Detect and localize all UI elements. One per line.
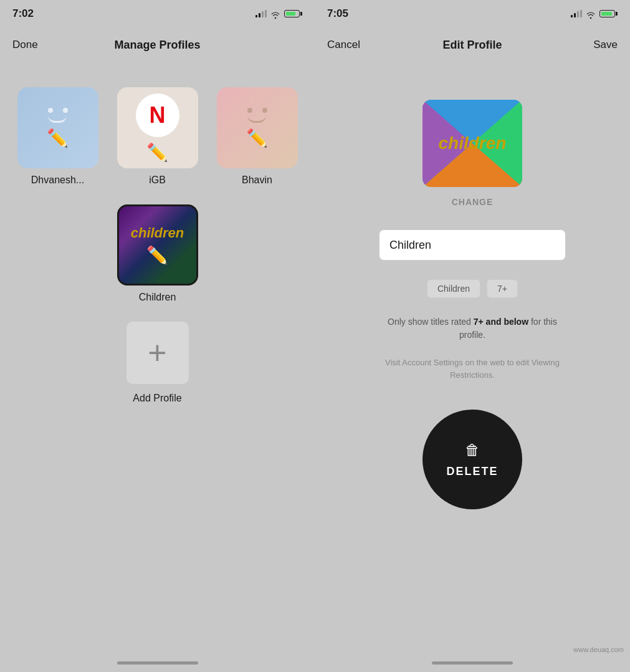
profile-item-children[interactable]: children ✏️ Children: [117, 204, 198, 303]
watermark: www.deuaq.com: [573, 646, 624, 653]
trash-icon: 🗑: [465, 441, 480, 459]
profile-avatar-bhavin: ✏️: [217, 87, 298, 168]
delete-button-container: 🗑 DELETE: [422, 410, 522, 509]
delete-label: DELETE: [446, 465, 498, 478]
add-profile-button[interactable]: + Add Profile: [126, 322, 189, 404]
edit-pencil-bhavin: ✏️: [246, 128, 268, 148]
status-icons-left: [255, 10, 302, 17]
right-panel: 7:05 Cancel Edit Profile Sav: [315, 0, 630, 672]
wifi-icon-right: [586, 10, 596, 17]
profile-avatar-children: children ✏️: [117, 204, 198, 286]
status-bar-right: 7:05: [315, 0, 630, 27]
profile-avatar-dhvanesh: ✏️: [17, 87, 98, 168]
rating-tag-7plus[interactable]: 7+: [487, 279, 518, 298]
time-right: 7:05: [327, 7, 348, 20]
profile-name-dhvanesh: Dhvanesh...: [31, 175, 84, 186]
add-profile-label: Add Profile: [133, 393, 181, 404]
signal-icon-left: [255, 10, 267, 17]
rating-description: Only show titles rated 7+ and below for …: [385, 315, 560, 342]
edit-pencil-children: ✏️: [146, 245, 168, 266]
profile-name-igb: iGB: [149, 175, 166, 186]
delete-profile-button[interactable]: 🗑 DELETE: [422, 410, 522, 509]
status-icons-right: [571, 10, 618, 17]
edit-pencil-dhvanesh: ✏️: [47, 128, 69, 148]
wifi-icon-left: [270, 10, 280, 17]
signal-icon-right: [571, 10, 582, 17]
manage-profiles-title: Manage Profiles: [114, 39, 200, 52]
profiles-grid: ✏️ Dhvanesh... N ✏️ iGB: [0, 62, 315, 315]
profile-name-input[interactable]: [379, 229, 566, 261]
left-panel: 7:02 Done Manage Profiles: [0, 0, 315, 672]
status-bar-left: 7:02: [0, 0, 315, 27]
profile-item-dhvanesh[interactable]: ✏️ Dhvanesh...: [17, 87, 98, 186]
add-profile-box: +: [126, 322, 189, 384]
profile-avatar-igb: N ✏️: [117, 87, 198, 168]
profile-item-bhavin[interactable]: ✏️ Bhavin: [217, 87, 298, 186]
profile-item-igb[interactable]: N ✏️ iGB: [117, 87, 198, 186]
battery-icon-right: [599, 10, 618, 17]
home-indicator-right: [432, 661, 513, 665]
children-avatar-text: children: [439, 133, 507, 153]
children-avatar-background: children: [422, 100, 522, 187]
profile-name-children-left: Children: [139, 292, 176, 303]
save-button[interactable]: Save: [593, 39, 618, 51]
nav-bar-right: Cancel Edit Profile Save: [315, 27, 630, 62]
plus-icon: +: [148, 337, 166, 369]
home-indicator-left: [117, 661, 198, 665]
account-settings-link: Visit Account Settings on the web to edi…: [385, 357, 560, 381]
edit-profile-content: children CHANGE Children 7+ Only show ti…: [379, 100, 566, 509]
edit-profile-title: Edit Profile: [442, 39, 502, 52]
rating-tag-children[interactable]: Children: [427, 279, 480, 298]
profile-name-bhavin: Bhavin: [242, 175, 272, 186]
battery-icon-left: [284, 10, 302, 17]
edit-pencil-igb: ✏️: [146, 142, 168, 163]
edit-profile-avatar: children: [422, 100, 522, 187]
change-avatar-button[interactable]: CHANGE: [452, 197, 494, 207]
time-left: 7:02: [12, 7, 34, 20]
nav-bar-left: Done Manage Profiles: [0, 27, 315, 62]
done-button[interactable]: Done: [12, 39, 38, 51]
cancel-button[interactable]: Cancel: [327, 39, 360, 51]
rating-tags: Children 7+: [427, 279, 518, 298]
